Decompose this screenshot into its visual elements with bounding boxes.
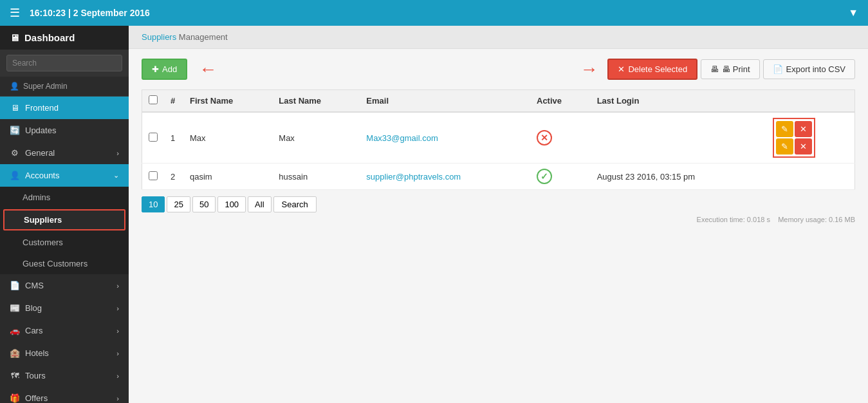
hotels-chevron-icon: › xyxy=(116,350,119,357)
print-icon: 🖶 xyxy=(710,64,719,74)
sidebar-label-offers: Offers xyxy=(25,393,48,403)
updates-icon: 🔄 xyxy=(10,126,20,135)
sidebar-item-frontend[interactable]: 🖥 Frontend xyxy=(0,97,129,119)
row2-email-link[interactable]: supplier@phptravels.com xyxy=(366,172,461,182)
row1-active: ✕ xyxy=(530,112,591,164)
add-label: Add xyxy=(162,64,177,74)
chevron-right-icon: › xyxy=(116,149,119,157)
row1-num: 1 xyxy=(164,112,183,164)
sidebar-label-hotels: Hotels xyxy=(25,348,49,358)
table-row: 2 qasim hussain supplier@phptravels.com … xyxy=(142,164,855,190)
right-arrow-indicator: → xyxy=(580,59,598,80)
sidebar: 🖥 Dashboard 👤 Super Admin 🖥 Frontend 🔄 U… xyxy=(0,26,129,403)
col-num: # xyxy=(164,90,183,113)
row1-checkbox-cell xyxy=(142,112,165,164)
row1-action-row2: ✎ ✕ xyxy=(776,138,812,155)
col-first-name: First Name xyxy=(183,90,272,113)
footer-info: Execution time: 0.018 s Memory usage: 0.… xyxy=(142,216,855,223)
row2-checkbox-cell xyxy=(142,164,165,190)
frontend-icon: 🖥 xyxy=(10,103,20,113)
breadcrumb: Suppliers Management xyxy=(129,26,868,49)
row1-email: Max33@gmail.com xyxy=(360,112,530,164)
sidebar-item-guest-customers[interactable]: Guest Customers xyxy=(0,253,129,274)
page-btn-25[interactable]: 25 xyxy=(167,196,190,212)
sidebar-label-cms: CMS xyxy=(25,281,44,290)
cms-icon: 📄 xyxy=(10,281,20,290)
row1-checkbox[interactable] xyxy=(149,133,158,142)
sidebar-item-cms[interactable]: 📄 CMS › xyxy=(0,274,129,297)
export-button[interactable]: 📄 Export into CSV xyxy=(763,59,856,79)
page-btn-10[interactable]: 10 xyxy=(142,196,165,212)
table-row: 1 Max Max Max33@gmail.com ✕ ✎ xyxy=(142,112,855,164)
row1-action-wrapper: ✎ ✕ ✎ ✕ xyxy=(773,118,815,158)
pagination-bar: 10 25 50 100 All Search xyxy=(142,196,855,212)
sidebar-item-offers[interactable]: 🎁 Offers › xyxy=(0,387,129,403)
sidebar-item-cars[interactable]: 🚗 Cars › xyxy=(0,319,129,342)
row2-checkbox[interactable] xyxy=(149,171,158,180)
accounts-icon: 👤 xyxy=(10,171,20,180)
cars-chevron-icon: › xyxy=(116,327,119,335)
row1-delete2-button[interactable]: ✕ xyxy=(795,138,812,155)
guest-customers-label: Guest Customers xyxy=(23,259,88,268)
toolbar-right: → ✕ Delete Selected 🖶 🖶 Print 📄 Export i… xyxy=(580,59,855,80)
page-btn-100[interactable]: 100 xyxy=(217,196,246,212)
sidebar-label-blog: Blog xyxy=(25,303,42,313)
col-last-name: Last Name xyxy=(272,90,360,113)
offers-chevron-icon: › xyxy=(116,395,119,402)
sidebar-item-suppliers[interactable]: Suppliers xyxy=(3,209,125,230)
dashboard-icon: 🖥 xyxy=(10,32,19,43)
sidebar-item-customers[interactable]: Customers xyxy=(0,232,129,253)
memory-usage: Memory usage: 0.16 MB xyxy=(778,216,855,223)
sidebar-item-tours[interactable]: 🗺 Tours › xyxy=(0,364,129,387)
row1-delete-button[interactable]: ✕ xyxy=(795,121,812,137)
sidebar-item-updates[interactable]: 🔄 Updates xyxy=(0,119,129,142)
sidebar-item-blog[interactable]: 📰 Blog › xyxy=(0,297,129,319)
row1-last-name: Max xyxy=(272,112,360,164)
row2-active: ✓ xyxy=(530,164,591,190)
sidebar-label-general: General xyxy=(25,148,55,158)
user-label: Super Admin xyxy=(23,82,68,91)
sidebar-title: Dashboard xyxy=(24,32,75,43)
row2-active-badge: ✓ xyxy=(537,169,552,184)
sidebar-item-admins[interactable]: Admins xyxy=(0,187,129,208)
breadcrumb-parent[interactable]: Suppliers xyxy=(142,32,176,42)
chevron-down-icon: ⌄ xyxy=(113,171,119,180)
add-button[interactable]: ✚ Add xyxy=(142,59,187,80)
delete-selected-button[interactable]: ✕ Delete Selected xyxy=(607,59,697,80)
sidebar-item-hotels[interactable]: 🏨 Hotels › xyxy=(0,342,129,364)
plus-icon: ✚ xyxy=(152,64,159,74)
top-header: ☰ 16:10:23 | 2 September 2016 ▼ xyxy=(0,0,868,26)
cms-chevron-icon: › xyxy=(116,282,119,290)
sidebar-label-cars: Cars xyxy=(25,326,42,335)
admins-label: Admins xyxy=(23,192,50,202)
row2-num: 2 xyxy=(164,164,183,190)
sidebar-label-updates: Updates xyxy=(25,126,56,135)
header-dropdown-icon[interactable]: ▼ xyxy=(848,7,858,19)
select-all-checkbox[interactable] xyxy=(149,95,158,104)
cars-icon: 🚗 xyxy=(10,326,20,335)
row1-edit2-button[interactable]: ✎ xyxy=(776,138,793,155)
breadcrumb-current: Management xyxy=(179,32,228,42)
blog-chevron-icon: › xyxy=(116,305,119,312)
page-btn-all[interactable]: All xyxy=(248,196,271,212)
general-icon: ⚙ xyxy=(10,148,20,158)
hamburger-icon[interactable]: ☰ xyxy=(10,6,20,20)
row2-first-name: qasim xyxy=(183,164,272,190)
col-last-login: Last Login xyxy=(591,90,767,113)
sidebar-user: 👤 Super Admin xyxy=(0,77,129,97)
row2-email: supplier@phptravels.com xyxy=(360,164,530,190)
row1-email-link[interactable]: Max33@gmail.com xyxy=(366,133,438,143)
delete-label: Delete Selected xyxy=(628,64,687,74)
header-left: ☰ 16:10:23 | 2 September 2016 xyxy=(10,6,150,20)
row1-edit-button[interactable]: ✎ xyxy=(776,121,793,137)
page-btn-50[interactable]: 50 xyxy=(192,196,216,212)
page-search-button[interactable]: Search xyxy=(273,196,317,212)
export-icon: 📄 xyxy=(773,64,783,74)
sidebar-item-accounts[interactable]: 👤 Accounts ⌄ xyxy=(0,164,129,187)
sidebar-item-general[interactable]: ⚙ General › xyxy=(0,142,129,164)
left-arrow-indicator: ← xyxy=(199,59,217,80)
datetime-display: 16:10:23 | 2 September 2016 xyxy=(30,8,150,18)
row1-last-login xyxy=(591,112,767,164)
print-button[interactable]: 🖶 🖶 Print xyxy=(701,59,759,79)
search-input[interactable] xyxy=(6,55,122,71)
